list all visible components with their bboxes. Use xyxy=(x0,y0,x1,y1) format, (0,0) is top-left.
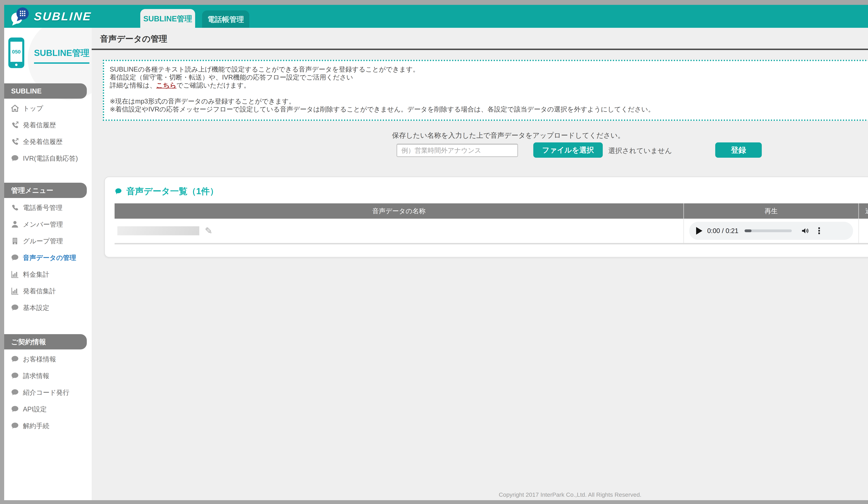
brand-wordmark: SUBLINE xyxy=(33,10,92,23)
content-area: 音声データの管理 SUBLINEの各種テキスト読み上げ機能で設定することができる… xyxy=(92,28,868,500)
upload-section: 保存したい名称を入力した上で音声データをアップロードしてください。 ファイルを選… xyxy=(92,129,868,169)
sidebar-item-all-call-history[interactable]: 全発着信履歴 xyxy=(4,133,92,150)
sidebar-item-label: 請求情報 xyxy=(23,371,49,380)
sidebar-item-basic-settings[interactable]: 基本設定 xyxy=(4,299,92,316)
file-select-button[interactable]: ファイルを選択 xyxy=(533,142,603,158)
top-bar: SUBLINE SUBLINE管理 電話帳管理 ? xyxy=(4,5,868,28)
sidebar-item-group-admin[interactable]: グループ管理 xyxy=(4,233,92,249)
speech-bubble-icon xyxy=(115,187,122,196)
sidebar: 050 SUBLINE管理 SUBLINE トップ 発着信履歴 xyxy=(4,28,92,500)
kebab-menu-icon[interactable]: ⋮ xyxy=(815,226,823,236)
browser-viewport: SUBLINE SUBLINE管理 電話帳管理 ? 050 SU xyxy=(0,0,868,504)
register-button[interactable]: 登録 xyxy=(715,142,762,158)
sidebar-item-label: 音声データの管理 xyxy=(23,254,76,262)
speech-bubble-icon xyxy=(10,354,19,364)
sidebar-item-label: 料金集計 xyxy=(23,270,49,279)
sidebar-item-customer-info[interactable]: お客様情報 xyxy=(4,351,92,368)
phone-outgoing-icon xyxy=(10,121,19,130)
tab-subline-admin[interactable]: SUBLINE管理 xyxy=(140,9,195,28)
voice-name-cell: ✎ xyxy=(115,226,683,235)
main-row: 050 SUBLINE管理 SUBLINE トップ 発着信履歴 xyxy=(4,28,868,500)
audio-player[interactable]: 0:00 / 0:21 ⋮ xyxy=(689,222,853,240)
speech-bubble-icon xyxy=(10,154,19,163)
speech-bubble-icon xyxy=(10,371,19,380)
sidebar-item-label: 発着信集計 xyxy=(23,287,56,296)
sidebar-item-phone-number-admin[interactable]: 電話番号管理 xyxy=(4,199,92,216)
sidebar-item-fee-summary[interactable]: 料金集計 xyxy=(4,266,92,283)
col-play: 再生 xyxy=(684,203,859,219)
notice-line: 詳細な情報は、こちらでご確認いただけます。 xyxy=(110,81,868,89)
sidebar-item-label: API設定 xyxy=(23,405,47,414)
sidebar-list-subline: トップ 発着信履歴 全発着信履歴 IVR(電話自動応答) xyxy=(4,99,92,167)
sidebar-section-contract-info: ご契約情報 xyxy=(4,334,87,349)
sidebar-item-label: 電話番号管理 xyxy=(23,203,62,212)
upload-instruction: 保存したい名称を入力した上で音声データをアップロードしてください。 xyxy=(314,131,703,140)
notice-spacer xyxy=(110,89,868,97)
phone-icon xyxy=(10,203,19,212)
play-button[interactable] xyxy=(696,227,702,235)
sidebar-item-label: IVR(電話自動応答) xyxy=(23,154,78,163)
sidebar-item-label: メンバー管理 xyxy=(23,220,63,229)
speech-bubble-icon xyxy=(10,388,19,397)
sidebar-item-label: 発着信履歴 xyxy=(23,121,56,130)
building-icon xyxy=(10,237,19,246)
table-row: ✎ 0:00 / 0:21 xyxy=(115,219,868,244)
sidebar-item-ivr[interactable]: IVR(電話自動応答) xyxy=(4,150,92,167)
sidebar-list-contract: お客様情報 請求情報 紹介コード発行 API設定 xyxy=(4,349,92,434)
speech-bubble-icon xyxy=(10,303,19,312)
volume-icon[interactable] xyxy=(801,227,809,235)
tab-phonebook-admin[interactable]: 電話帳管理 xyxy=(202,10,249,28)
sidebar-item-cancellation[interactable]: 解約手続 xyxy=(4,418,92,434)
notice-line3-prefix: 詳細な情報は、 xyxy=(110,82,156,89)
notice-box: SUBLINEの各種テキスト読み上げ機能で設定することができる音声データを登録す… xyxy=(103,60,868,121)
sidebar-item-label: 基本設定 xyxy=(23,304,49,312)
home-icon xyxy=(10,104,19,113)
voice-list-heading: 音声データ一覧（1件） xyxy=(115,185,868,197)
notice-note: ※現在はmp3形式の音声データのみ登録することができます。 xyxy=(110,97,868,105)
voice-name-input[interactable] xyxy=(396,144,518,157)
sidebar-item-label: 全発着信履歴 xyxy=(23,137,62,146)
col-voice-name: 音声データの名称 xyxy=(115,203,684,219)
sidebar-item-call-summary[interactable]: 発着信集計 xyxy=(4,283,92,299)
sidebar-item-referral-code[interactable]: 紹介コード発行 xyxy=(4,384,92,401)
notice-note: ※着信設定やIVRの応答メッセージフローで設定している音声データは削除することが… xyxy=(110,105,868,113)
title-divider xyxy=(92,49,868,50)
phone-outgoing-icon xyxy=(10,137,19,146)
phone-050-icon: 050 xyxy=(8,38,24,68)
sidebar-item-voice-data-admin[interactable]: 音声データの管理 xyxy=(4,249,92,266)
sidebar-item-label: トップ xyxy=(23,104,43,113)
seek-thumb[interactable] xyxy=(745,229,752,232)
voice-list-heading-label: 音声データ一覧（1件） xyxy=(126,185,218,197)
bar-chart-icon xyxy=(10,287,19,296)
sidebar-item-label: 解約手続 xyxy=(23,422,49,430)
applied-count-cell: 1件 xyxy=(859,219,868,244)
notice-line: 着信設定（留守電・切断・転送）や、IVR機能の応答フロー設定でご活用ください xyxy=(110,73,868,81)
page-title: 音声データの管理 xyxy=(92,28,868,49)
phone-screen-label: 050 xyxy=(10,42,22,62)
sidebar-title: SUBLINE管理 xyxy=(34,47,90,64)
person-icon xyxy=(10,220,19,229)
seek-bar[interactable] xyxy=(745,229,792,232)
sidebar-item-call-history[interactable]: 発着信履歴 xyxy=(4,117,92,133)
redacted-voice-name xyxy=(117,226,199,235)
phone-home-dot xyxy=(15,64,18,66)
notice-line3-suffix: でご確認いただけます。 xyxy=(176,82,250,89)
notice-line: SUBLINEの各種テキスト読み上げ機能で設定することができる音声データを登録す… xyxy=(110,65,868,73)
sidebar-section-subline: SUBLINE xyxy=(4,83,87,99)
sidebar-item-billing-info[interactable]: 請求情報 xyxy=(4,368,92,384)
sidebar-item-top[interactable]: トップ xyxy=(4,100,92,117)
voice-list-panel: 音声データ一覧（1件） 音声データの名称 再生 適用件数 xyxy=(104,176,868,258)
sidebar-item-label: グループ管理 xyxy=(23,237,63,246)
details-link[interactable]: こちら xyxy=(156,82,177,89)
sidebar-item-api-settings[interactable]: API設定 xyxy=(4,401,92,418)
sidebar-item-label: 紹介コード発行 xyxy=(23,388,70,397)
speech-bubble-icon xyxy=(10,405,19,414)
speech-bubble-icon xyxy=(10,421,19,430)
subline-logo: SUBLINE xyxy=(10,6,92,27)
col-applied-count: 適用件数 xyxy=(859,203,868,219)
sidebar-item-member-admin[interactable]: メンバー管理 xyxy=(4,216,92,233)
edit-pencil-icon[interactable]: ✎ xyxy=(205,226,213,235)
subline-logo-icon xyxy=(10,6,31,27)
bar-chart-icon xyxy=(10,270,19,279)
footer-copyright: Copyright 2017 InterPark Co.,Ltd. All Ri… xyxy=(92,491,868,498)
